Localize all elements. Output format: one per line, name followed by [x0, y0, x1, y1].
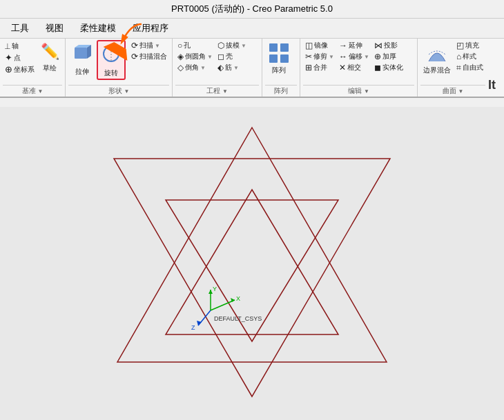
ribbon-btn-extend[interactable]: → 延伸	[337, 40, 371, 51]
menu-bar: 工具 视图 柔性建模 应用程序	[0, 19, 504, 39]
ribbon-btn-extrude[interactable]: 拉伸	[68, 40, 96, 77]
ribbon-group-shape-label: 形状 ▼	[68, 85, 169, 97]
svg-rect-7	[269, 43, 278, 52]
ribbon-btn-pattern[interactable]: 阵列	[265, 40, 293, 76]
svg-rect-0	[75, 48, 87, 59]
ribbon-btn-round[interactable]: ◈ 倒圆角 ▼	[175, 51, 215, 62]
ribbon-btn-merge[interactable]: ⊞ 合并	[303, 62, 336, 73]
svg-rect-10	[280, 54, 289, 63]
ribbon-group-base-label: 基准 ▼	[3, 85, 62, 97]
ribbon-btn-hole[interactable]: ○ 孔	[175, 40, 215, 51]
ribbon-btn-thicken[interactable]: ⊕ 加厚	[372, 51, 405, 62]
ribbon-btn-sketch[interactable]: ✏️ 草绘	[37, 40, 62, 74]
ribbon-btn-trim[interactable]: ✂ 修剪 ▼	[303, 51, 336, 62]
svg-rect-8	[280, 43, 289, 52]
ribbon-group-shape: 拉伸 旋转	[66, 39, 173, 97]
ribbon-btn-shell[interactable]: ◻ 壳	[215, 51, 249, 62]
ribbon-group-base: ⟂ 轴 ✦ 点 ⊕ 坐标系 ✏️ 草绘 基准 ▼	[0, 39, 66, 97]
ribbon-btn-fill[interactable]: ◰ 填充	[454, 40, 485, 51]
ribbon-btn-point[interactable]: ✦ 点	[3, 52, 37, 63]
svg-rect-11	[0, 107, 504, 420]
ribbon-group-surface: 边界混合 ◰ 填充 ⌂ 样式 ⌗ 自由式 曲面 ▼	[418, 39, 488, 97]
ribbon-group-edit: ◫ 镜像 ✂ 修剪 ▼ ⊞ 合并 → 延伸 ↔	[300, 39, 418, 97]
menu-view[interactable]: 视图	[37, 20, 72, 37]
ribbon-btn-intersect[interactable]: ✕ 相交	[337, 62, 371, 73]
ribbon: ⟂ 轴 ✦ 点 ⊕ 坐标系 ✏️ 草绘 基准 ▼	[0, 39, 504, 98]
it-label: It	[488, 78, 496, 92]
ribbon-btn-project[interactable]: ⋈ 投影	[372, 40, 405, 51]
ribbon-group-array: 阵列 阵列	[262, 39, 300, 97]
ribbon-btn-axis[interactable]: ⟂ 轴	[3, 40, 37, 52]
svg-marker-5	[116, 48, 120, 51]
ribbon-btn-offset[interactable]: ↔ 偏移 ▼	[337, 51, 371, 62]
ribbon-btn-style[interactable]: ⌂ 样式	[454, 51, 485, 62]
ribbon-btn-solidify[interactable]: ◼ 实体化	[372, 62, 405, 73]
ribbon-group-edit-label: 编辑 ▼	[303, 85, 414, 97]
svg-text:Y: Y	[213, 286, 217, 292]
ribbon-btn-rib[interactable]: ⬖ 筋 ▼	[215, 62, 249, 73]
ribbon-group-surface-label: 曲面 ▼	[420, 85, 485, 97]
title-bar: PRT0005 (活动的) - Creo Parametric 5.0	[0, 0, 504, 19]
viewport-svg: Y X Z DEFAULT_CSYS	[0, 107, 504, 420]
svg-text:DEFAULT_CSYS: DEFAULT_CSYS	[214, 315, 262, 322]
ribbon-btn-csys[interactable]: ⊕ 坐标系	[3, 63, 37, 75]
svg-text:X: X	[236, 295, 240, 302]
ribbon-btn-draft[interactable]: ⬡ 拔模 ▼	[215, 40, 249, 51]
menu-tools[interactable]: 工具	[3, 20, 37, 37]
ribbon-btn-boundary-blend[interactable]: 边界混合	[420, 40, 454, 76]
ribbon-btn-chamfer[interactable]: ◇ 倒角 ▼	[175, 62, 215, 73]
ribbon-btn-mirror[interactable]: ◫ 镜像	[303, 40, 336, 51]
ribbon-btn-revolve[interactable]: 旋转	[97, 40, 126, 80]
ribbon-group-engineering-label: 工程 ▼	[175, 85, 259, 97]
viewport[interactable]: 🔍 🔎 🔍 ◻ ◼ ⊠ ⊟ ⊞ ⊡ ✳ ⚙	[0, 107, 504, 420]
ribbon-btn-sweep-blend[interactable]: ⟳ 扫描混合	[129, 51, 169, 62]
ribbon-group-engineering: ○ 孔 ◈ 倒圆角 ▼ ◇ 倒角 ▼ ⬡ 拔模 ▼	[173, 39, 262, 97]
ribbon-btn-freestyle[interactable]: ⌗ 自由式	[454, 62, 485, 73]
title-text: PRT0005 (活动的) - Creo Parametric 5.0	[171, 3, 333, 14]
ribbon-group-array-label: 阵列	[265, 85, 297, 97]
svg-rect-9	[269, 54, 278, 63]
svg-text:Z: Z	[191, 324, 195, 331]
